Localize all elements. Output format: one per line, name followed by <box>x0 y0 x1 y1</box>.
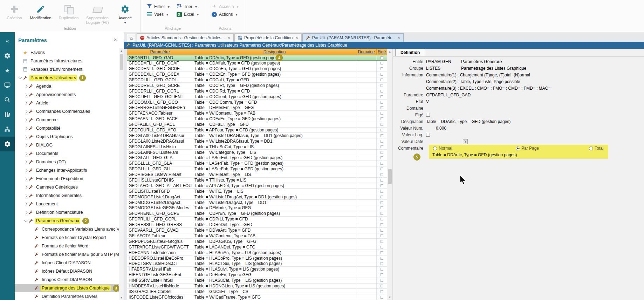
fige-checkbox[interactable] <box>381 134 383 137</box>
fige-checkbox[interactable] <box>381 196 383 198</box>
fige-checkbox[interactable] <box>381 62 383 64</box>
fige-checkbox[interactable] <box>381 223 383 226</box>
fige-checkbox[interactable] <box>381 246 383 248</box>
chevron-icon[interactable] <box>23 85 28 88</box>
tree-item[interactable]: ★ Article <box>15 99 119 107</box>
trier-button[interactable]: Trier <box>173 3 202 11</box>
table-row[interactable]: GFDMODGF.Liste1DragAct Table = W/IListe1… <box>127 194 387 200</box>
chevron-icon[interactable] <box>23 186 28 189</box>
tree-item[interactable]: ★ Paramétrage des Listes Graphique 3 <box>15 284 119 292</box>
column-header-fige[interactable]: Figé <box>377 49 387 55</box>
collapse-icon[interactable]: « <box>0 34 15 48</box>
tree-item[interactable]: ★ Définition Paramètres Divers <box>15 292 119 300</box>
table-row[interactable]: GFDGLLLI._GFD_GLL Table = LASerFab, Type… <box>127 166 387 172</box>
tree-item[interactable]: ★ Formats de fichier Crystal Report <box>15 233 119 242</box>
table-row[interactable]: GFDCDEXLI._GFD_GCEX Table = CDExEn, Type… <box>127 72 387 77</box>
tree-item[interactable]: ★ Lancement <box>15 200 119 208</box>
table-row[interactable]: GFDPRLILI._GFD_GCPL Table = CDPrLi, Type… <box>127 217 387 222</box>
fige-checkbox[interactable] <box>381 112 383 115</box>
filtrer-button[interactable]: Filtrer <box>143 3 173 11</box>
creation-button[interactable]: Création <box>3 1 26 26</box>
table-row[interactable]: HNODESRV.ListeHlisNode Table = HDDNGLien… <box>127 284 387 289</box>
tree-item[interactable]: ★ DIALOG <box>15 141 119 149</box>
column-header-domaine[interactable]: Domaine <box>356 49 377 55</box>
fige-checkbox[interactable] <box>381 117 383 120</box>
fige-checkbox[interactable] <box>381 79 383 81</box>
chevron-icon[interactable] <box>23 178 28 180</box>
fige-checkbox[interactable] <box>381 212 383 215</box>
tab[interactable]: Par.Uti. (PARAM-GEN/LISTES) : Paramètr..… <box>302 33 404 42</box>
suppression-button[interactable]: Suppression Logique (F6) <box>82 1 113 26</box>
table-row[interactable]: GFDCDENLI._GFD_GCDE Table = CDCoEn, Type… <box>127 66 387 72</box>
table-row[interactable]: GFDGLAINFSUI.ListeFam Table = W/ICategor… <box>127 150 387 155</box>
fige-checkbox[interactable] <box>381 184 383 187</box>
table-row[interactable]: GFDCLIELI._GFD_GCLIENT Table = CDClient,… <box>127 94 387 100</box>
fige-checkbox[interactable] <box>381 101 383 104</box>
column-header-parametre[interactable]: Paramètre <box>127 49 193 55</box>
modification-button[interactable]: Modification <box>26 1 55 26</box>
fige-checkbox[interactable] <box>381 123 383 126</box>
fige-checkbox[interactable] <box>381 84 383 87</box>
table-row[interactable]: GFDGLA00.Liste1DRAGfasui Table = W/IList… <box>127 133 387 138</box>
acces-a-button[interactable]: Accès à <box>208 3 242 11</box>
tree-item[interactable]: ★ Domaines (DT) <box>15 158 119 166</box>
fige-checkbox[interactable] <box>381 56 383 59</box>
fige-checkbox[interactable] <box>381 262 383 265</box>
tree-item[interactable]: ★ Correspondance Variables Liens avec V <box>15 225 119 233</box>
fige-checkbox[interactable] <box>381 229 383 232</box>
library-icon[interactable] <box>0 107 15 122</box>
tree-item[interactable]: ★ Définition Nomenclature <box>15 208 119 217</box>
fige-checkbox[interactable] <box>426 113 430 117</box>
close-icon[interactable] <box>114 36 117 42</box>
chevron-icon[interactable] <box>23 161 28 163</box>
table-row[interactable]: GFDCDRLLI._GFD_GCRL Table = CDCIRd, Type… <box>127 88 387 94</box>
fige-checkbox[interactable] <box>381 234 383 237</box>
actions-button[interactable]: Actions <box>208 11 242 18</box>
fige-checkbox[interactable] <box>381 218 383 220</box>
valeur-num-value[interactable]: 0,000 <box>426 126 446 131</box>
chevron-icon[interactable] <box>23 119 28 121</box>
table-row[interactable]: HDECTSRV.ListeHDecCT Table = HLACTSui, T… <box>127 261 387 267</box>
fige-checkbox[interactable] <box>381 240 383 243</box>
chevron-icon[interactable] <box>23 169 28 172</box>
fige-checkbox[interactable] <box>381 251 383 254</box>
chevron-icon[interactable] <box>23 195 28 197</box>
tree-item[interactable]: ★ Evènement d'Expédition <box>15 175 119 183</box>
fige-checkbox[interactable] <box>381 162 383 165</box>
table-row[interactable]: IISFCODE.ListeGFGfcfcodes Table = W/ICad… <box>127 294 387 300</box>
column-header-designation[interactable]: Désignation <box>193 49 356 55</box>
tab-close-icon[interactable] <box>227 35 230 40</box>
fige-checkbox[interactable] <box>381 279 383 282</box>
avance-button[interactable]: Avancé ▾ <box>113 1 137 26</box>
tree-item[interactable]: ★ Icônes Client DIAPASON <box>15 259 119 267</box>
table-row[interactable]: GFDLISIT.ListeITGFD Table = W/ITE, Type … <box>127 189 387 194</box>
fige-checkbox[interactable] <box>381 129 383 131</box>
table-row[interactable]: GFDFOURLI._GFD_AFO Table = APFour, Type … <box>127 128 387 133</box>
fige-checkbox[interactable] <box>381 168 383 170</box>
table-scrollbar[interactable]: ▲ ▼ <box>387 49 393 300</box>
fige-checkbox[interactable] <box>381 173 383 176</box>
tree-item[interactable]: ★ Documents <box>15 149 119 158</box>
table-row[interactable]: GFDCDAFLI._GFD_GCAF Table = CDAffair, Ty… <box>127 61 387 66</box>
table-row[interactable]: GFDVAARLI._GFD_GVAD Table = DDVaArt, Typ… <box>127 228 387 233</box>
chevron-icon[interactable] <box>23 136 28 138</box>
table-row[interactable]: GFDGLAINFSUI.LisHisto Table = THLaSuCat,… <box>127 144 387 150</box>
fige-checkbox[interactable] <box>381 257 383 260</box>
fige-checkbox[interactable] <box>381 90 383 93</box>
tree-item[interactable]: ★ Variables d'Environnement <box>15 65 119 74</box>
table-row[interactable]: GFDHIEGES.ListeWIHieDet Table = W/IHieDe… <box>127 172 387 178</box>
table-row[interactable]: HFABRSRV.ListeHFab Table = HLASuivi, Typ… <box>127 267 387 272</box>
tree-item[interactable]: ★ Objets Graphiques <box>15 132 119 141</box>
table-row[interactable]: HDECOPRO.ListeHDeCoPro Table = HLACoPro,… <box>127 255 387 261</box>
date-help-button[interactable]: ? <box>463 139 468 144</box>
duplication-button[interactable]: Duplication <box>55 1 82 26</box>
fige-checkbox[interactable] <box>381 156 383 159</box>
table-row[interactable]: IIS-GRACLIFR.ConSel Table = GraCliFr , T… <box>127 289 387 294</box>
table-row[interactable]: GFDLAFOLI._GFD_AL-ART-FOU Table = APLAFD… <box>127 183 387 189</box>
chevron-icon[interactable] <box>23 94 28 96</box>
chevron-icon[interactable] <box>23 102 28 104</box>
chevron-icon[interactable] <box>23 127 28 130</box>
scroll-down-icon[interactable]: ▼ <box>119 295 124 300</box>
fige-checkbox[interactable] <box>381 106 383 109</box>
radio-par-page[interactable]: Par Page <box>516 146 539 151</box>
